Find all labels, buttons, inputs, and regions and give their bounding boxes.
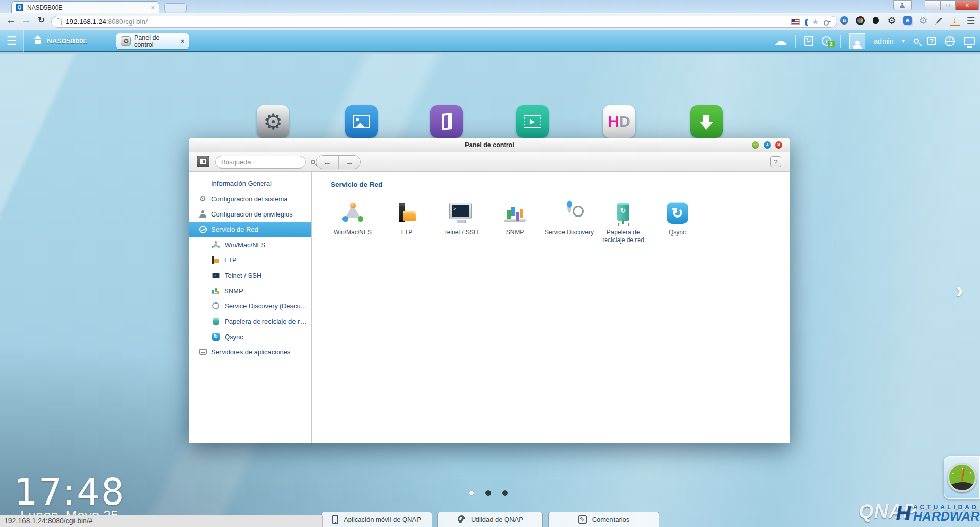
next-desktop-page-chevron-icon[interactable]: › bbox=[955, 276, 963, 303]
screen: Q NASD5B00E × – □ × ← → ↻ 192.168.1.24:8… bbox=[0, 0, 980, 527]
color-wheel-extension-icon[interactable] bbox=[855, 15, 865, 26]
taskbar-qnap-utility-button[interactable]: Utilidad de QNAP bbox=[437, 512, 543, 527]
pager-dot-2[interactable] bbox=[485, 490, 491, 496]
global-search-icon[interactable] bbox=[914, 39, 919, 44]
sidebar-item-servidores-aplicaciones[interactable]: Servidores de aplicaciones bbox=[189, 344, 311, 360]
help-icon[interactable]: ? bbox=[927, 37, 936, 45]
window-maximize-button[interactable]: □ bbox=[940, 0, 955, 10]
taskbar-comentarios-button[interactable]: ✎ Comentarios bbox=[548, 512, 659, 527]
window-minimize-button[interactable]: – bbox=[925, 0, 940, 10]
remote-desktop-icon[interactable] bbox=[964, 37, 975, 45]
app-papelera-reciclaje[interactable]: ↻ Papelera de reciclaje de red bbox=[596, 201, 650, 244]
eyedropper-extension-icon[interactable] bbox=[934, 15, 944, 26]
desktop-app-music-station[interactable] bbox=[430, 105, 463, 138]
bar-chart-icon bbox=[212, 288, 219, 294]
pager-dot-1[interactable] bbox=[469, 490, 474, 496]
url-text[interactable]: 192.168.1.24:8080/cgi-bin/ bbox=[66, 18, 148, 26]
qnap-top-bar: ☰ NASD5B00E ⚙ Panel de control × ☁ i2 ad… bbox=[0, 30, 980, 52]
pager-dot-3[interactable] bbox=[502, 490, 508, 496]
language-globe-icon[interactable] bbox=[945, 36, 955, 46]
app-service-discovery[interactable]: Service Discovery bbox=[542, 201, 596, 244]
edit-icon: ✎ bbox=[578, 515, 587, 524]
flag-extension-icon[interactable] bbox=[791, 19, 800, 25]
download-extension-icon[interactable]: ↓ bbox=[950, 15, 960, 26]
user-avatar[interactable] bbox=[849, 33, 865, 49]
qnap-favicon-icon: Q bbox=[16, 4, 23, 11]
new-tab-button[interactable] bbox=[164, 3, 187, 12]
bookmark-star-icon[interactable]: ★ bbox=[812, 18, 819, 26]
open-app-tab[interactable]: ⚙ Panel de control × bbox=[116, 33, 189, 49]
terminal-icon: > bbox=[212, 273, 220, 278]
desktop-app-hd-station[interactable]: HD bbox=[603, 105, 635, 138]
address-bar[interactable]: 192.168.1.24:8080/cgi-bin/ ((( ★ bbox=[51, 16, 837, 28]
refresh-icon[interactable]: ↻ bbox=[38, 15, 45, 26]
username-label[interactable]: admin bbox=[874, 37, 893, 45]
swoosh-extension-icon[interactable]: ((( bbox=[805, 18, 807, 26]
app-telnet-ssh[interactable]: >_ Telnet / SSH bbox=[434, 201, 488, 244]
measure-extension-icon[interactable]: a bbox=[839, 15, 849, 26]
wrench-icon bbox=[457, 515, 466, 524]
gauge-user-glyph: ▪ bbox=[952, 471, 954, 476]
window-help-button[interactable]: ? bbox=[770, 156, 781, 167]
sidebar-item-win-mac-nfs[interactable]: Win/Mac/NFS bbox=[189, 237, 311, 252]
desktop-app-photo-station[interactable] bbox=[345, 105, 378, 138]
desktop-app-control-panel[interactable]: ⚙ bbox=[257, 105, 289, 138]
maximize-button[interactable]: + bbox=[764, 141, 771, 149]
settings-content: Servicio de Red Win/Mac/NFS FTP >_ Telne… bbox=[312, 172, 790, 443]
key-icon[interactable] bbox=[824, 20, 831, 23]
forward-icon[interactable]: → bbox=[21, 15, 31, 26]
desktop-app-download-station[interactable] bbox=[690, 105, 723, 138]
minimize-button[interactable]: − bbox=[752, 141, 759, 149]
gear-extension-icon[interactable]: ⚙ bbox=[887, 15, 897, 26]
globe-icon bbox=[199, 226, 207, 233]
dashboard-button[interactable]: ▪ ▪ ▪ bbox=[944, 456, 980, 499]
window-title: Panel de control bbox=[464, 141, 514, 149]
window-title-bar[interactable]: Panel de control − + × bbox=[189, 138, 790, 152]
network-triangle-icon bbox=[341, 203, 364, 223]
sidebar-item-snmp[interactable]: SNMP bbox=[189, 283, 311, 298]
search-box[interactable] bbox=[215, 156, 306, 169]
separator bbox=[840, 35, 841, 48]
browser-tab[interactable]: Q NASD5B00E × bbox=[11, 1, 159, 13]
phone-icon bbox=[332, 515, 338, 524]
panel-icon bbox=[200, 159, 206, 164]
taskbar-mobile-app-button[interactable]: Aplicación móvil de QNAP bbox=[321, 512, 432, 527]
sidebar-item-configuracion-sistema[interactable]: ⚙Configuracion del sistema bbox=[189, 191, 311, 206]
nav-back-button[interactable]: ← bbox=[316, 156, 339, 169]
close-button[interactable]: × bbox=[775, 141, 782, 149]
sidebar-item-qsync[interactable]: ↻Qsync bbox=[189, 329, 311, 344]
gear-outline-extension-icon[interactable]: ⚙ bbox=[918, 15, 928, 26]
app-snmp[interactable]: SNMP bbox=[488, 201, 542, 244]
desktop-app-video-station[interactable]: ▶ bbox=[516, 105, 549, 138]
translate-extension-icon[interactable]: a bbox=[902, 15, 913, 26]
extensions-row: a ⚙ a ⚙ ↓ ☰ bbox=[839, 15, 976, 26]
main-menu-button[interactable]: ☰ bbox=[0, 30, 24, 52]
browser-tab-title: NASD5B00E bbox=[27, 4, 147, 11]
back-icon[interactable]: ← bbox=[6, 15, 16, 26]
sidebar-item-ftp[interactable]: FTP bbox=[189, 252, 311, 268]
browser-profile-button[interactable] bbox=[893, 0, 912, 10]
app-win-mac-nfs[interactable]: Win/Mac/NFS bbox=[326, 201, 380, 244]
app-qsync[interactable]: ↻ Qsync bbox=[650, 201, 704, 244]
browser-menu-icon[interactable]: ☰ bbox=[966, 15, 976, 26]
home-button[interactable]: NASD5B00E bbox=[34, 30, 88, 52]
sidebar-toggle-button[interactable] bbox=[197, 156, 209, 167]
sidebar-item-papelera-reciclaje[interactable]: Papelera de reciclaje de r… bbox=[189, 314, 311, 329]
control-panel-window: Panel de control − + × ← → ? Información… bbox=[189, 138, 790, 443]
app-ftp[interactable]: FTP bbox=[380, 201, 434, 244]
nav-forward-button[interactable]: → bbox=[339, 156, 361, 169]
device-sync-icon[interactable] bbox=[804, 36, 813, 46]
notifications-icon[interactable]: i2 bbox=[822, 36, 831, 46]
bug-extension-icon[interactable] bbox=[871, 15, 881, 26]
app-tab-close-icon[interactable]: × bbox=[181, 38, 184, 45]
sidebar-item-service-discovery[interactable]: Service Discovery (Descu… bbox=[189, 298, 311, 314]
sidebar-item-informacion-general[interactable]: Información General bbox=[189, 176, 311, 191]
sidebar-item-telnet-ssh[interactable]: >Telnet / SSH bbox=[189, 268, 311, 283]
sidebar-item-servicio-de-red[interactable]: Servicio de Red bbox=[189, 222, 311, 237]
user-menu-caret-icon[interactable]: ▾ bbox=[902, 38, 905, 44]
window-close-button[interactable]: × bbox=[955, 0, 979, 10]
myqnapcloud-icon[interactable]: ☁ bbox=[774, 34, 787, 49]
search-input[interactable] bbox=[221, 158, 311, 166]
sidebar-item-configuracion-privilegios[interactable]: Configuración de privilegios bbox=[189, 206, 311, 222]
tab-close-icon[interactable]: × bbox=[151, 4, 155, 11]
